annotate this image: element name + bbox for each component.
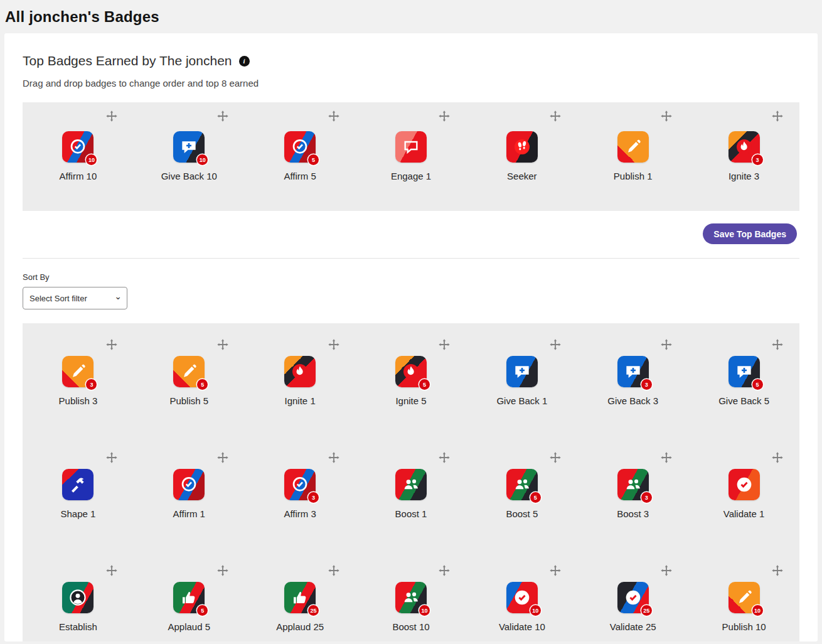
badge-label: Ignite 3: [729, 171, 759, 181]
badge-cell: 25Validate 25: [577, 557, 688, 641]
drag-move-icon[interactable]: [105, 109, 119, 123]
badge-cell: Seeker: [466, 102, 577, 211]
drag-move-icon[interactable]: [659, 564, 673, 577]
ignite-badge-icon[interactable]: 3: [729, 131, 760, 163]
drag-move-icon[interactable]: [659, 451, 673, 464]
badge-label: Applaud 25: [276, 621, 324, 632]
establish-badge-icon[interactable]: [62, 582, 93, 613]
drag-move-icon[interactable]: [105, 338, 119, 352]
drag-move-icon[interactable]: [216, 451, 230, 464]
drag-move-icon[interactable]: [659, 338, 673, 352]
ignite-badge-icon[interactable]: [284, 356, 316, 387]
badge-cell: 5Affirm 5: [245, 102, 356, 211]
badge-count-bubble: 25: [641, 605, 652, 616]
badge-label: Give Back 5: [718, 395, 769, 406]
publish-badge-icon[interactable]: 3: [62, 356, 93, 387]
section-subtitle: Drag and drop badges to change order and…: [23, 78, 799, 89]
drag-move-icon[interactable]: [216, 564, 230, 577]
sort-by-label: Sort By: [23, 272, 799, 282]
shape-badge-icon[interactable]: [62, 469, 93, 500]
engage-badge-icon[interactable]: [395, 131, 427, 163]
badge-label: Boost 3: [617, 508, 649, 519]
badge-label: Validate 25: [610, 621, 656, 632]
info-icon[interactable]: i: [239, 56, 250, 67]
section-divider: [23, 258, 799, 259]
sort-filter-select[interactable]: Select Sort filter: [23, 287, 127, 309]
badge-cell: Give Back 1: [466, 331, 577, 444]
giveback-badge-icon[interactable]: 5: [729, 356, 760, 387]
validate25-badge-icon[interactable]: 25: [617, 582, 649, 613]
badge-cell: 5Boost 5: [466, 444, 577, 557]
applaud-badge-icon[interactable]: 25: [284, 582, 316, 613]
publish-badge-icon[interactable]: 10: [729, 582, 760, 613]
boost-badge-icon[interactable]: 5: [506, 469, 538, 500]
drag-move-icon[interactable]: [216, 338, 230, 352]
validate10-badge-icon[interactable]: 10: [506, 582, 538, 613]
drag-move-icon[interactable]: [771, 451, 784, 464]
drag-move-icon[interactable]: [771, 338, 784, 352]
drag-move-icon[interactable]: [771, 564, 784, 577]
drag-move-icon[interactable]: [548, 338, 562, 352]
ignite-badge-icon[interactable]: 5: [395, 356, 427, 387]
badge-label: Publish 3: [59, 395, 98, 406]
affirm-badge-icon[interactable]: 10: [62, 131, 93, 163]
badge-label: Give Back 1: [496, 395, 547, 406]
badge-count-bubble: 10: [197, 154, 208, 165]
giveback-badge-icon[interactable]: [506, 356, 538, 387]
affirm-badge-icon[interactable]: 5: [284, 131, 316, 163]
badge-count-bubble: 10: [530, 605, 541, 616]
boost-badge-icon[interactable]: [395, 469, 427, 500]
drag-move-icon[interactable]: [327, 451, 341, 464]
badge-cell: 5Applaud 5: [134, 557, 245, 641]
drag-move-icon[interactable]: [327, 338, 341, 352]
drag-move-icon[interactable]: [327, 564, 341, 577]
drag-move-icon[interactable]: [216, 109, 230, 123]
boost-badge-icon[interactable]: 3: [617, 469, 649, 500]
badge-label: Give Back 3: [607, 395, 658, 406]
drag-move-icon[interactable]: [548, 451, 562, 464]
badge-cell: 3Give Back 3: [577, 331, 688, 444]
save-row: Save Top Badges: [23, 211, 799, 258]
giveback-badge-icon[interactable]: 10: [173, 131, 205, 163]
applaud-badge-icon[interactable]: 5: [173, 582, 205, 613]
badge-cell: 10Validate 10: [466, 557, 577, 641]
validate1-badge-icon[interactable]: [729, 469, 760, 500]
badge-count-bubble: 3: [641, 379, 652, 390]
giveback-badge-icon[interactable]: 3: [617, 356, 649, 387]
drag-move-icon[interactable]: [548, 109, 562, 123]
badge-count-bubble: 5: [197, 605, 208, 616]
affirm-badge-icon[interactable]: 3: [284, 469, 316, 500]
drag-move-icon[interactable]: [437, 338, 451, 352]
drag-move-icon[interactable]: [771, 109, 784, 123]
save-top-badges-button[interactable]: Save Top Badges: [703, 223, 797, 244]
drag-move-icon[interactable]: [437, 109, 451, 123]
badge-cell: 3Ignite 3: [688, 102, 799, 211]
badges-grid-row-2: Shape 1Affirm 13Affirm 3Boost 15Boost 53…: [23, 444, 799, 557]
drag-move-icon[interactable]: [548, 564, 562, 577]
badge-label: Engage 1: [391, 171, 431, 181]
badge-count-bubble: 10: [419, 605, 430, 616]
drag-move-icon[interactable]: [659, 109, 673, 123]
publish-badge-icon[interactable]: 5: [173, 356, 205, 387]
badge-label: Publish 1: [614, 171, 653, 181]
badge-cell: Engage 1: [356, 102, 467, 211]
badge-label: Applaud 5: [168, 621, 210, 632]
drag-move-icon[interactable]: [437, 451, 451, 464]
badge-count-bubble: 5: [752, 379, 763, 390]
affirm-badge-icon[interactable]: [173, 469, 205, 500]
badge-cell: 25Applaud 25: [245, 557, 356, 641]
badge-label: Boost 1: [395, 508, 427, 519]
drag-move-icon[interactable]: [327, 109, 341, 123]
drag-move-icon[interactable]: [105, 451, 119, 464]
badge-label: Boost 10: [392, 621, 429, 632]
drag-move-icon[interactable]: [105, 564, 119, 577]
boost-badge-icon[interactable]: 10: [395, 582, 427, 613]
badge-cell: Validate 1: [688, 444, 799, 557]
badge-count-bubble: 5: [419, 379, 430, 390]
badge-label: Affirm 1: [173, 508, 205, 519]
drag-move-icon[interactable]: [437, 564, 451, 577]
publish-badge-icon[interactable]: [617, 131, 649, 163]
badge-cell: 3Boost 3: [577, 444, 688, 557]
top-badges-header: Top Badges Earned by The jonchen i: [23, 53, 799, 68]
seeker-badge-icon[interactable]: [506, 131, 538, 163]
